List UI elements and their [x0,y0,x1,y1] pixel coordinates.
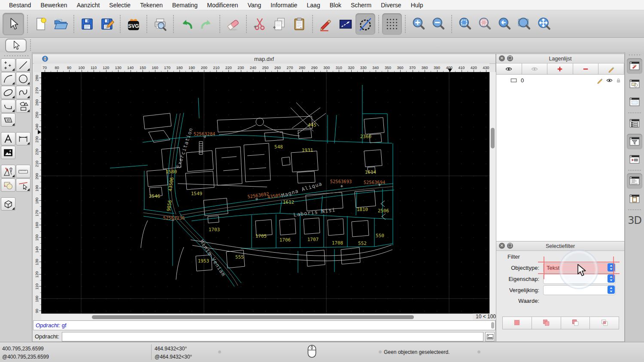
toolbar-zoom-out-button[interactable] [428,13,448,35]
palette-cube-3d-tool-button[interactable] [1,197,15,211]
dropdown-stepper-icon[interactable] [608,263,615,273]
palette-dimension-tool-button[interactable] [16,132,30,145]
strip-drawing-settings-button[interactable] [627,58,642,74]
toolbar-new-file-button[interactable] [31,13,51,35]
toolbar-svg-export-button[interactable]: SVG [124,13,143,35]
toolbar-zoom-extents-button[interactable] [455,13,475,35]
menu-selectie[interactable]: Selectie [104,0,135,10]
toolbar-save-file-button[interactable] [77,13,97,35]
toolbar-draw-pencil-button[interactable] [316,13,336,35]
palette-ruler-tool-button[interactable] [16,165,30,178]
toolbar-select-arrow-button[interactable] [3,13,24,35]
strip-clipboard-pane-button[interactable] [627,191,642,207]
palette-line-tool-button[interactable] [16,58,30,72]
dropdown-stepper-icon[interactable] [608,275,615,284]
strip-drag-handle[interactable] [628,54,641,56]
palette-arc-tool-button[interactable] [1,72,15,85]
menu-bewerken[interactable]: Bewerken [36,0,72,10]
toolbar-zoom-window-button[interactable] [514,13,534,35]
strip-layer-list-pane-button[interactable] [627,116,642,131]
toolbar-zoom-previous-button[interactable] [495,13,514,35]
filter-add-selection-button[interactable] [532,317,561,329]
toolbar-undo-button[interactable] [177,13,197,35]
toolbar-cut-button[interactable] [250,13,270,35]
toolbar-grid-toggle-button[interactable] [382,13,402,35]
layers-show-all-button[interactable] [496,63,522,74]
current-tool-button[interactable] [5,39,27,52]
layers-hide-all-button[interactable] [522,63,548,74]
toolbar-circle-diameter-button[interactable] [355,13,375,35]
toolbar-pan-view-button[interactable] [534,13,554,35]
layers-edit-layer-button[interactable] [598,63,624,74]
menu-aanzicht[interactable]: Aanzicht [72,0,105,10]
filter-eigenschap-dropdown[interactable] [543,274,616,284]
menu-hulp[interactable]: Hulp [406,0,428,10]
strip-object-info-button[interactable] [627,76,642,92]
palette-image-tool-button[interactable] [1,146,15,159]
filter-new-selection-button[interactable] [503,317,532,329]
layer-lock-icon[interactable] [615,77,622,84]
palette-trim-tool-button[interactable] [16,178,30,192]
palette-text-tool-button[interactable] [1,132,15,145]
layer-visibility-icon[interactable] [606,77,613,84]
palette-spline-tool-button[interactable] [16,86,30,99]
menu-blok[interactable]: Blok [325,0,346,10]
command-input[interactable] [62,332,483,341]
menu-informatie[interactable]: Informatie [266,0,302,10]
palette-drag-handle[interactable] [3,55,28,57]
layer-row[interactable]: 0 [496,75,624,85]
menu-bestand[interactable]: Bestand [4,0,36,10]
layers-add-layer-button[interactable] [547,63,573,74]
toolbar-zoom-selection-button[interactable] [475,13,495,35]
horizontal-scrollbar-thumb[interactable] [92,315,414,319]
toolbar-open-file-button[interactable] [51,13,70,35]
toolbar-save-as-button[interactable] [97,13,117,35]
vertical-scrollbar-thumb[interactable] [491,128,495,148]
palette-ellipse-tool-button[interactable] [1,86,15,99]
vertical-scrollbar[interactable] [489,72,496,314]
menu-bemating[interactable]: Bemating [167,0,202,10]
filter-vergelijking-dropdown[interactable] [543,285,616,295]
menu-scherm[interactable]: Scherm [346,0,376,10]
command-history-scrollbar[interactable] [491,322,494,329]
close-icon[interactable]: ✕ [499,55,505,61]
layer-edit-icon[interactable] [596,77,604,84]
document-title-bar[interactable]: map.dxf [33,54,495,64]
dropdown-stepper-icon[interactable] [608,286,615,296]
menu-vang[interactable]: Vang [243,0,266,10]
palette-polyline-tool-button[interactable] [1,100,15,113]
drawing-canvas[interactable]: 4452360548193116141580254615491612181025… [41,72,489,314]
horizontal-scrollbar[interactable] [41,314,473,320]
filter-intersect-selection-button[interactable] [590,317,619,329]
toolbar-dimension-style-button[interactable] [336,13,355,35]
toolbar-eraser-button[interactable] [223,13,243,35]
menu-tekenen[interactable]: Tekenen [135,0,167,10]
command-keypad-button[interactable] [485,332,495,341]
toolbar-redo-button[interactable] [197,13,216,35]
toolbar-zoom-in-button[interactable] [409,13,428,35]
palette-boolean-tool-button[interactable] [1,178,15,192]
palette-point-tool-button[interactable] [1,58,15,72]
palette-polygon-tool-button[interactable] [16,100,30,113]
toolbar-print-preview-button[interactable] [150,13,170,35]
palette-circle-tool-button[interactable] [16,72,30,85]
close-icon[interactable]: ✕ [499,243,505,249]
strip-selection-pane-button[interactable] [627,94,642,110]
filter-objecttype-dropdown[interactable]: Tekst [543,263,616,273]
toolbar-copy-button[interactable] [270,13,289,35]
palette-drafting-tools-button[interactable] [1,165,15,178]
menu-laag[interactable]: Laag [302,0,325,10]
strip-views-pane-button[interactable] [627,152,642,167]
collapse-icon[interactable]: ❒ [507,243,513,249]
ruler-corner [34,63,41,72]
layers-remove-layer-button[interactable] [573,63,599,74]
3d-mode-label[interactable]: 3D [625,214,644,226]
filter-subtract-selection-button[interactable] [561,317,590,329]
strip-command-monitor-button[interactable] [627,173,642,189]
palette-hatch-tool-button[interactable] [1,113,15,127]
menu-modificeren[interactable]: Modificeren [202,0,243,10]
menu-diverse[interactable]: Diverse [376,0,406,10]
toolbar-paste-button[interactable] [289,13,309,35]
collapse-icon[interactable]: ❒ [507,55,513,61]
strip-selection-filter-pane-button[interactable] [627,134,642,149]
